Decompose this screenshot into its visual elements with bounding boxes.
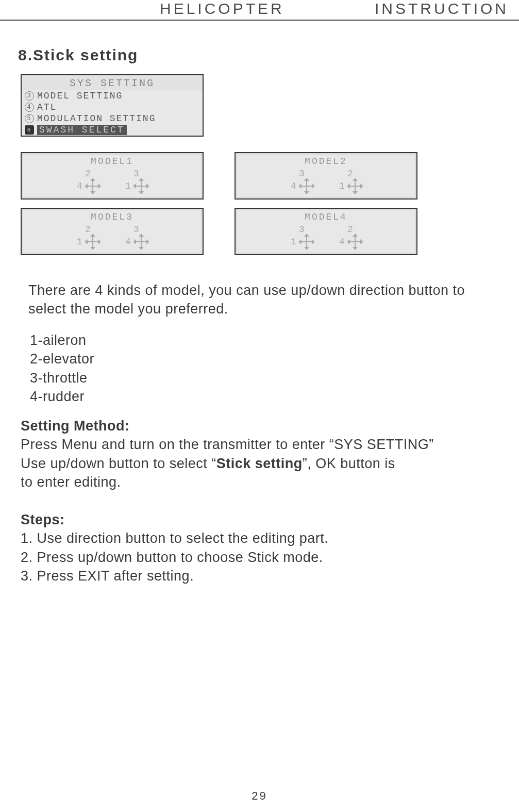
text-span: ”, OK button is [303, 456, 395, 471]
header-right: INSTRUCTION [375, 0, 509, 18]
lcd-menu-title: SYS SETTING [22, 75, 203, 90]
lcd-sys-menu: SYS SETTING 3 MODEL SETTING 4 ATL 5 MODU… [21, 74, 204, 137]
model-title: MODEL2 [236, 156, 416, 167]
setting-method-line: Press Menu and turn on the transmitter t… [21, 435, 509, 454]
stick-left: 2 4 [76, 169, 100, 193]
lcd-menu-item-selected: 6 SWASH SELECT [22, 124, 203, 136]
legend-item: 4-rudder [30, 387, 519, 406]
section-title: 8.Stick setting [18, 46, 519, 64]
crosshair-icon [348, 179, 362, 193]
page-header: HELICOPTER INSTRUCTION [0, 0, 519, 21]
setting-method-heading: Setting Method: [21, 417, 509, 435]
legend-item: 1-aileron [30, 331, 519, 350]
stick-side-num: 4 [290, 181, 297, 191]
stick-top-num: 3 [299, 224, 305, 235]
model-title: MODEL1 [22, 156, 203, 167]
stick-right: 3 1 [125, 169, 148, 193]
stick-top-num: 2 [85, 224, 91, 235]
setting-method-line: Use up/down button to select “Stick sett… [21, 454, 509, 473]
menu-item-label: SWASH SELECT [37, 125, 127, 135]
menu-item-number-icon: 3 [25, 91, 34, 101]
stick-side-num: 1 [76, 237, 83, 247]
stick-side-num: 1 [290, 237, 297, 247]
crosshair-icon [299, 179, 314, 193]
stick-side-num: 1 [339, 181, 346, 191]
model-title: MODEL4 [236, 212, 416, 222]
crosshair-icon [299, 235, 314, 249]
stick-right: 2 1 [339, 169, 362, 193]
stick-side-num: 4 [76, 181, 83, 191]
text-bold: Stick setting [216, 456, 303, 471]
channel-legend: 1-aileron 2-elevator 3-throttle 4-rudder [30, 331, 519, 406]
page-number: 29 [0, 789, 519, 803]
legend-item: 3-throttle [30, 369, 519, 387]
crosshair-icon [86, 179, 100, 193]
menu-item-label: MODULATION SETTING [37, 113, 156, 124]
legend-item: 2-elevator [30, 350, 519, 368]
menu-item-label: MODEL SETTING [37, 91, 123, 101]
steps-heading: Steps: [21, 510, 509, 529]
text-span: Use up/down button to select “ [21, 456, 216, 471]
model-box-1: MODEL1 2 4 3 1 [21, 152, 204, 200]
stick-left: 2 1 [76, 224, 100, 249]
model-box-2: MODEL2 3 4 2 1 [235, 152, 417, 200]
stick-top-num: 3 [299, 169, 305, 179]
stick-side-num: 4 [339, 237, 346, 247]
lcd-menu-item: 3 MODEL SETTING [22, 90, 203, 102]
crosshair-icon [86, 235, 100, 249]
menu-item-number-icon: 4 [25, 103, 34, 112]
crosshair-icon [348, 235, 362, 249]
stick-top-num: 2 [347, 169, 353, 179]
header-left: HELICOPTER [160, 0, 284, 18]
stick-right: 2 4 [339, 224, 362, 249]
stick-top-num: 3 [133, 169, 139, 179]
stick-left: 3 4 [290, 169, 314, 193]
stick-top-num: 3 [133, 224, 139, 235]
stick-right: 3 4 [125, 224, 148, 249]
model-box-4: MODEL4 3 1 2 4 [235, 208, 417, 255]
stick-top-num: 2 [347, 224, 353, 235]
step-item: 3. Press EXIT after setting. [21, 567, 509, 585]
stick-top-num: 2 [85, 169, 91, 179]
intro-text: There are 4 kinds of model, you can use … [28, 281, 493, 319]
crosshair-icon [134, 179, 148, 193]
models-grid: MODEL1 2 4 3 1 MODEL2 3 [21, 152, 498, 255]
menu-item-number-icon: 5 [25, 114, 34, 123]
lcd-menu-item: 5 MODULATION SETTING [22, 113, 203, 124]
setting-method-line: to enter editing. [21, 473, 509, 491]
menu-item-label: ATL [37, 102, 57, 112]
stick-side-num: 1 [125, 181, 132, 191]
stick-left: 3 1 [290, 224, 314, 249]
model-box-3: MODEL3 2 1 3 4 [21, 208, 204, 255]
step-item: 1. Use direction button to select the ed… [21, 529, 509, 548]
crosshair-icon [134, 235, 148, 249]
menu-item-number-icon: 6 [25, 125, 34, 135]
lcd-menu-item: 4 ATL [22, 102, 203, 113]
setting-method-block: Setting Method: Press Menu and turn on t… [21, 417, 509, 586]
stick-side-num: 4 [125, 237, 132, 247]
model-title: MODEL3 [22, 212, 203, 222]
step-item: 2. Press up/down button to choose Stick … [21, 548, 509, 567]
